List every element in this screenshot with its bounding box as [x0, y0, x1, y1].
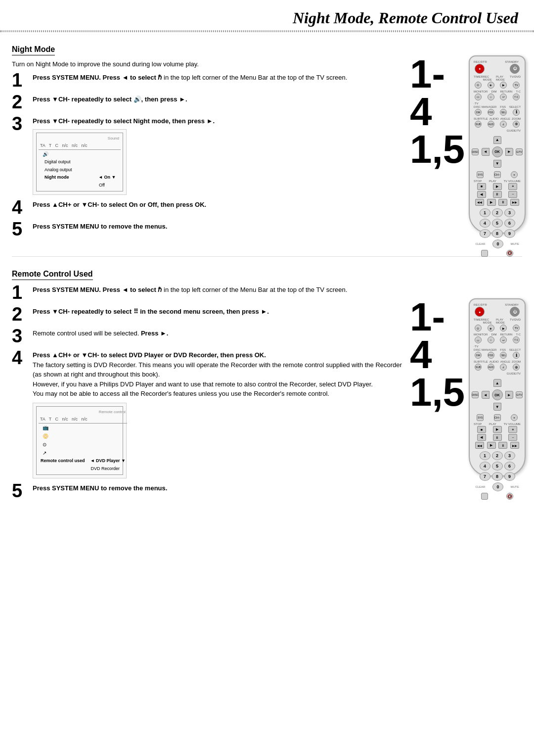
plus-btn[interactable]: +	[511, 171, 518, 178]
rcu-nav-right-btn[interactable]: ►	[505, 391, 513, 399]
rcu-monitor-btn[interactable]: ▭	[475, 336, 482, 343]
rcu-vol-minus-btn[interactable]: −	[508, 434, 517, 441]
tv-dvd-btn[interactable]: TV	[513, 82, 520, 89]
rcu-fwd-play-btn[interactable]: ▶	[487, 442, 496, 449]
select-btn[interactable]: SEL	[500, 109, 507, 116]
subtitle-btn[interactable]: SUB	[475, 121, 482, 128]
rcu-return-btn[interactable]: ↩	[500, 336, 507, 343]
rcu-disc-manager-btn[interactable]: DM	[475, 352, 482, 359]
rec-mode-btn[interactable]: ◈	[488, 82, 494, 89]
rcu-num-3-btn[interactable]: 3	[504, 451, 515, 460]
rcu-tc-btn[interactable]: T·C	[513, 336, 520, 343]
num-5-btn[interactable]: 5	[492, 219, 503, 228]
rcu-subtitle-btn[interactable]: SUB	[475, 364, 482, 371]
rcu-standby-button[interactable]: ⏻	[510, 307, 520, 317]
disc-manager-btn[interactable]: DM	[475, 109, 482, 116]
rcu-num-6-btn[interactable]: 6	[504, 462, 515, 471]
nav-up-btn[interactable]: ▲	[493, 136, 501, 144]
clear-btn[interactable]	[481, 250, 488, 257]
return-btn[interactable]: ↩	[500, 94, 507, 100]
rcu-stop-btn[interactable]: ■	[477, 426, 486, 433]
pause-btn[interactable]: ⏸	[493, 191, 502, 198]
rcu-slow-btn[interactable]: ◀	[477, 434, 486, 441]
rcu-play-btn[interactable]: ▶	[493, 426, 502, 433]
rcu-timer-btn[interactable]: ⊙	[475, 325, 482, 331]
rcu-pause-btn[interactable]: ⏸	[493, 434, 502, 441]
num-2-btn[interactable]: 2	[492, 208, 503, 217]
zoom-btn[interactable]: ⊕	[513, 121, 520, 128]
tc-btn[interactable]: T·C	[513, 94, 520, 100]
rcu-prev-btn[interactable]: ◀◀	[475, 442, 484, 449]
num-6-btn[interactable]: 6	[504, 219, 515, 228]
rcu-guide-tv-btn[interactable]: G/TV	[516, 391, 523, 398]
stop-btn[interactable]: ■	[477, 183, 486, 190]
rcu-num-7-btn[interactable]: 7	[480, 472, 490, 481]
audio-btn[interactable]: AUD	[488, 121, 494, 128]
rcu-rec-otr-button[interactable]: ●	[475, 307, 485, 317]
rcu-audio-btn[interactable]: AUD	[488, 364, 494, 371]
rcu-zoom-btn[interactable]: ⊕	[513, 364, 520, 371]
rcu-disc-btn[interactable]: DISC	[472, 391, 479, 398]
fwd-play-btn[interactable]: ▶	[487, 199, 496, 206]
mute-btn[interactable]: 🔇	[506, 250, 513, 257]
system-btn[interactable]: SYS	[477, 171, 484, 178]
rcu-info-btn[interactable]: ℹ	[513, 352, 520, 359]
rcu-vol-plus-btn[interactable]: +	[508, 426, 517, 433]
next-btn[interactable]: ▶▶	[510, 199, 519, 206]
nav-down-btn[interactable]: ▼	[493, 160, 501, 168]
vol-minus-btn[interactable]: −	[508, 191, 517, 198]
dim-btn[interactable]: ☼	[488, 94, 494, 100]
rcu-mute-btn[interactable]: 🔇	[506, 493, 513, 500]
rcu-ok-btn[interactable]: OK	[492, 389, 503, 400]
standby-button[interactable]: ⏻	[510, 64, 520, 74]
rcu-num-8-btn[interactable]: 8	[492, 472, 503, 481]
rec-otr-button[interactable]: ●	[475, 64, 485, 74]
num-1-btn[interactable]: 1	[480, 208, 490, 217]
rcu-nav-left-btn[interactable]: ◄	[482, 391, 490, 399]
rcu-nav-up-btn[interactable]: ▲	[493, 379, 501, 387]
pause3-btn[interactable]: ⏸	[498, 199, 507, 206]
rcu-clear-btn[interactable]	[481, 493, 488, 500]
timer-btn[interactable]: ⊙	[475, 82, 482, 89]
rcu-angle-btn[interactable]: ∠	[500, 364, 507, 371]
guide-tv-btn[interactable]: G/TV	[516, 148, 523, 155]
rcu-nav-down-btn[interactable]: ▼	[493, 403, 501, 411]
rcu-dim-btn[interactable]: ☼	[488, 336, 494, 343]
rcu-num-5-btn[interactable]: 5	[492, 462, 503, 471]
num-7-btn[interactable]: 7	[480, 229, 490, 238]
play-btn[interactable]: ▶	[493, 183, 502, 190]
disc-btn[interactable]: DISC	[472, 148, 479, 155]
rcu-system-btn[interactable]: SYS	[477, 414, 484, 421]
rcu-tv-dvd-btn[interactable]: TV	[513, 325, 520, 331]
rcu-ch-minus-btn[interactable]: CH−	[494, 414, 501, 421]
rcu-num-0-btn[interactable]: 0	[492, 482, 503, 491]
play-mode-btn[interactable]: ▶	[500, 82, 507, 89]
nav-right-btn[interactable]: ►	[505, 148, 513, 156]
rcu-rec-mode-btn[interactable]: ◈	[488, 325, 494, 331]
angle-btn[interactable]: ∠	[500, 121, 507, 128]
rcu-plus-btn[interactable]: +	[511, 414, 518, 421]
rcu-pause3-btn[interactable]: ⏸	[498, 442, 507, 449]
vol-plus-btn[interactable]: +	[508, 183, 517, 190]
prev-btn[interactable]: ◀◀	[475, 199, 484, 206]
slow-btn[interactable]: ◀	[477, 191, 486, 198]
monitor-btn[interactable]: ▭	[475, 94, 482, 100]
ok-btn[interactable]: OK	[492, 146, 503, 157]
nav-left-btn[interactable]: ◄	[482, 148, 490, 156]
rcu-play-mode-btn[interactable]: ▶	[500, 325, 507, 331]
num-8-btn[interactable]: 8	[492, 229, 503, 238]
rcu-next-btn[interactable]: ▶▶	[510, 442, 519, 449]
fss-btn[interactable]: FSS	[488, 109, 494, 116]
rcu-num-2-btn[interactable]: 2	[492, 451, 503, 460]
num-4-btn[interactable]: 4	[480, 219, 490, 228]
num-0-btn[interactable]: 0	[492, 239, 503, 248]
num-3-btn[interactable]: 3	[504, 208, 515, 217]
rcu-num-1-btn[interactable]: 1	[480, 451, 490, 460]
rcu-num-4-btn[interactable]: 4	[480, 462, 490, 471]
rcu-num-9-btn[interactable]: 9	[504, 472, 515, 481]
ch-minus-btn[interactable]: CH−	[494, 171, 501, 178]
rcu-select-btn[interactable]: SEL	[500, 352, 507, 359]
info-btn[interactable]: ℹ	[513, 109, 520, 116]
num-9-btn[interactable]: 9	[504, 229, 515, 238]
rcu-fss-btn[interactable]: FSS	[488, 352, 494, 359]
